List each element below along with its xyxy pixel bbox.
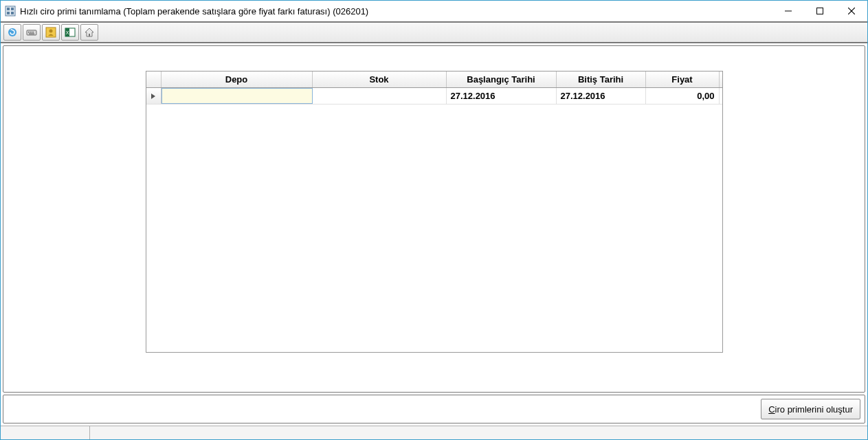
keyboard-icon xyxy=(26,27,37,38)
app-window: Hızlı ciro primi tanımlama (Toplam perak… xyxy=(0,0,868,440)
house-icon xyxy=(84,27,95,38)
toolbar-keyboard-button[interactable] xyxy=(23,24,41,41)
grid-body[interactable]: 27.12.2016 27.12.2016 0,00 xyxy=(146,88,722,352)
close-button[interactable] xyxy=(836,1,867,21)
toolbar: X xyxy=(1,21,867,43)
minimize-button[interactable] xyxy=(772,1,804,21)
create-premiums-button[interactable]: Ciro primlerini oluştur xyxy=(761,399,860,419)
maximize-button[interactable] xyxy=(804,1,836,21)
app-icon xyxy=(5,6,16,16)
svg-point-17 xyxy=(49,30,53,33)
column-header-baslangic[interactable]: Başlangıç Tarihi xyxy=(447,72,557,87)
toolbar-refresh-button[interactable] xyxy=(3,24,21,41)
column-header-stok[interactable]: Stok xyxy=(313,72,447,87)
toolbar-user-button[interactable] xyxy=(42,24,60,41)
user-icon xyxy=(45,27,56,38)
cell-baslangic[interactable]: 27.12.2016 xyxy=(447,88,557,104)
svg-rect-6 xyxy=(817,8,823,14)
window-controls xyxy=(772,1,867,21)
svg-rect-22 xyxy=(89,34,90,36)
cell-bitis[interactable]: 27.12.2016 xyxy=(557,88,646,104)
titlebar: Hızlı ciro primi tanımlama (Toplam perak… xyxy=(1,1,867,21)
toolbar-excel-button[interactable]: X xyxy=(61,24,79,41)
excel-icon: X xyxy=(65,27,76,38)
window-title: Hızlı ciro primi tanımlama (Toplam perak… xyxy=(20,6,368,16)
row-indicator[interactable] xyxy=(146,88,162,104)
refresh-icon xyxy=(7,27,18,38)
button-label-rest: iro primlerini oluştur xyxy=(775,404,853,415)
status-segment xyxy=(90,426,867,439)
svg-rect-2 xyxy=(11,8,14,10)
cell-depo[interactable] xyxy=(162,88,313,104)
depo-input[interactable] xyxy=(162,89,312,103)
svg-rect-1 xyxy=(7,8,10,10)
toolbar-house-button[interactable] xyxy=(80,24,98,41)
svg-rect-4 xyxy=(11,12,14,14)
svg-rect-15 xyxy=(29,34,34,34)
button-mnemonic: C xyxy=(768,404,775,415)
svg-marker-23 xyxy=(151,94,155,99)
svg-point-9 xyxy=(8,28,16,36)
cell-stok[interactable] xyxy=(313,88,447,104)
svg-rect-13 xyxy=(30,32,32,33)
svg-rect-12 xyxy=(28,32,30,33)
button-bar: Ciro primlerini oluştur xyxy=(3,395,865,424)
caret-right-icon xyxy=(151,94,156,99)
svg-rect-3 xyxy=(7,12,10,14)
column-header-bitis[interactable]: Bitiş Tarihi xyxy=(557,72,646,87)
content-area: Depo Stok Başlangıç Tarihi Bitiş Tarihi … xyxy=(3,45,865,393)
data-grid[interactable]: Depo Stok Başlangıç Tarihi Bitiş Tarihi … xyxy=(146,71,723,353)
status-segment xyxy=(1,426,90,439)
status-bar xyxy=(1,426,867,439)
svg-rect-14 xyxy=(32,32,34,33)
column-header-fiyat[interactable]: Fiyat xyxy=(646,72,720,87)
grid-header: Depo Stok Başlangıç Tarihi Bitiş Tarihi … xyxy=(146,72,722,88)
column-header-depo[interactable]: Depo xyxy=(162,72,313,87)
cell-fiyat[interactable]: 0,00 xyxy=(646,88,720,104)
grid-corner-cell[interactable] xyxy=(146,72,162,87)
svg-text:X: X xyxy=(66,30,69,35)
table-row[interactable]: 27.12.2016 27.12.2016 0,00 xyxy=(146,88,722,104)
